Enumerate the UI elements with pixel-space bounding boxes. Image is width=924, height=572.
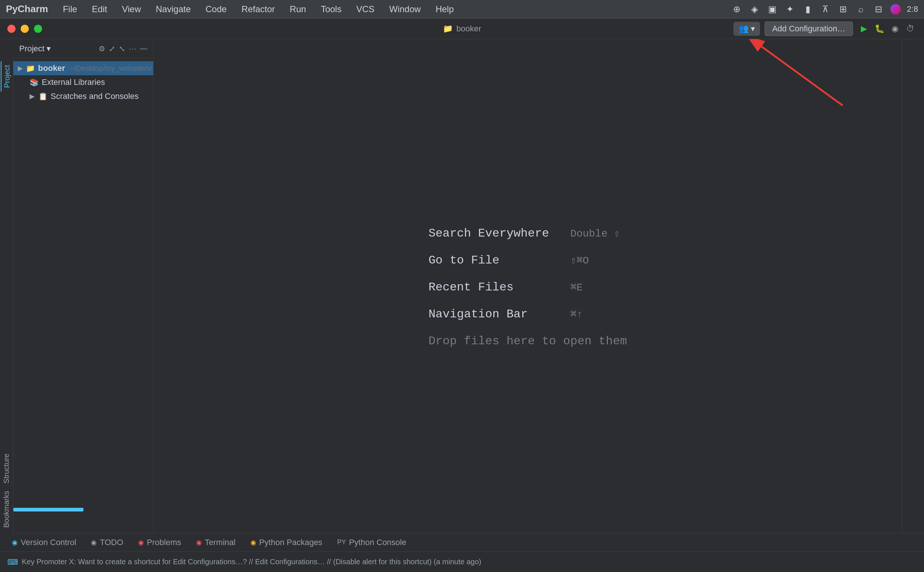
- sidebar-project-tab[interactable]: Project: [1, 61, 13, 92]
- python-packages-tab[interactable]: ◉ Python Packages: [245, 535, 328, 549]
- left-sidebar: Project Structure Bookmarks: [0, 58, 13, 535]
- go-to-file-line: Go to File ⇧⌘O: [428, 253, 589, 267]
- status-bar: ⌨ Key Promoter X: Want to create a short…: [0, 551, 924, 572]
- run-button[interactable]: ▶: [857, 23, 870, 35]
- file-panel: Project ▾ ⚙ ⤢ ⤡ ⋯ — ▶ 📁 booker ~/Desktop…: [13, 39, 154, 535]
- title-bar-right: 👥 ▾ Add Configuration… ▶ 🐛 ◉ ⏱: [734, 22, 916, 36]
- progress-area: [13, 508, 154, 513]
- debug-button[interactable]: 🐛: [873, 23, 886, 35]
- problems-label: Problems: [147, 538, 181, 547]
- project-label: Project: [19, 44, 44, 53]
- expand-icon[interactable]: ⤢: [109, 44, 115, 53]
- menu-code[interactable]: Code: [203, 3, 230, 16]
- screen-icon: ▣: [766, 3, 778, 15]
- folder-icon: 📁: [26, 64, 35, 73]
- traffic-lights: [8, 25, 42, 33]
- python-console-tab[interactable]: PY Python Console: [331, 535, 412, 549]
- wifi-icon: ⊼: [820, 3, 831, 15]
- title-bar: 📁 booker 👥 ▾ Add Configuration… ▶ 🐛 ◉ ⏱: [0, 19, 924, 39]
- terminal-label: Terminal: [205, 538, 235, 547]
- minimize-button[interactable]: [21, 25, 29, 33]
- menu-edit[interactable]: Edit: [89, 3, 110, 16]
- settings-icon[interactable]: ⚙: [98, 44, 105, 53]
- sidebar-bookmarks-tab[interactable]: Bookmarks: [1, 487, 12, 532]
- scratches-icon: 📋: [38, 92, 48, 101]
- control-center-icon[interactable]: ⊟: [873, 3, 885, 15]
- add-config-button[interactable]: Add Configuration…: [765, 22, 853, 36]
- close-button[interactable]: [8, 25, 16, 33]
- python-pkg-label: Python Packages: [259, 538, 323, 547]
- flame-icon: ◈: [749, 3, 760, 15]
- battery-icon: ▮: [802, 3, 813, 15]
- search-everywhere-line: Search Everywhere Double ⇧: [428, 227, 620, 240]
- profile-button[interactable]: ⏱: [904, 23, 916, 35]
- tree-item-ext-lib-label: External Libraries: [42, 78, 105, 87]
- sidebar-structure-tab[interactable]: Structure: [1, 450, 12, 487]
- key-promoter-icon: ⌨: [8, 558, 18, 566]
- python-pkg-icon: ◉: [250, 538, 256, 547]
- coverage-button[interactable]: ◉: [888, 23, 901, 35]
- run-controls: ▶ 🐛 ◉ ⏱: [857, 23, 916, 35]
- tree-arrow-icon: ▶: [18, 64, 23, 72]
- problems-tab[interactable]: ◉ Problems: [132, 535, 187, 549]
- collab-button[interactable]: 👥 ▾: [734, 22, 760, 36]
- navigation-bar-shortcut: ⌘↑: [570, 308, 583, 320]
- menu-view[interactable]: View: [119, 3, 144, 16]
- file-panel-header: Project ▾ ⚙ ⤢ ⤡ ⋯ —: [13, 39, 153, 58]
- more-options-icon[interactable]: ⋯: [129, 44, 136, 53]
- menu-vcs[interactable]: VCS: [354, 3, 377, 16]
- status-message: Key Promoter X: Want to create a shortcu…: [22, 558, 481, 566]
- menu-bar: PyCharm File Edit View Navigate Code Ref…: [0, 0, 924, 19]
- menu-help[interactable]: Help: [432, 3, 457, 16]
- navigation-bar-line: Navigation Bar ⌘↑: [428, 308, 583, 321]
- tree-item-label: booker: [38, 64, 65, 73]
- project-breadcrumb: 📁 booker: [443, 24, 481, 34]
- file-tree: ▶ 📁 booker ~/Desktop/my_website/sr 📚 Ext…: [13, 58, 153, 535]
- tree-item-scratches[interactable]: ▶ 📋 Scratches and Consoles: [13, 89, 153, 103]
- problems-icon: ◉: [138, 538, 144, 547]
- project-name: booker: [457, 24, 481, 34]
- clock: 2:8: [907, 5, 918, 14]
- dropdown-chevron-icon: ▾: [47, 44, 51, 53]
- tree-item-booker[interactable]: ▶ 📁 booker ~/Desktop/my_website/sr: [13, 61, 153, 75]
- python-con-label: Python Console: [349, 538, 406, 547]
- tree-item-external-libraries[interactable]: 📚 External Libraries: [13, 75, 153, 89]
- editor-area: Search Everywhere Double ⇧ Go to File ⇧⌘…: [154, 39, 902, 535]
- menu-extras-icon: ⊞: [837, 3, 849, 15]
- terminal-tab[interactable]: ◉ Terminal: [190, 535, 242, 549]
- version-control-tab[interactable]: ◉ Version Control: [6, 535, 82, 549]
- recent-files-line: Recent Files ⌘E: [428, 280, 583, 294]
- collab-chevron: ▾: [751, 24, 755, 34]
- tree-item-path: ~/Desktop/my_website/sr: [69, 64, 152, 73]
- python-con-icon: PY: [337, 538, 346, 546]
- recent-files-shortcut: ⌘E: [570, 281, 583, 294]
- drop-files-text: Drop files here to open them: [428, 334, 627, 348]
- hide-panel-icon[interactable]: —: [140, 44, 147, 53]
- tree-item-scratches-label: Scratches and Consoles: [51, 92, 139, 101]
- progress-bar: [13, 508, 83, 511]
- welcome-content: Search Everywhere Double ⇧ Go to File ⇧⌘…: [428, 227, 627, 348]
- collapse-icon[interactable]: ⤡: [119, 44, 125, 53]
- menu-run[interactable]: Run: [287, 3, 309, 16]
- todo-icon: ◉: [91, 538, 97, 547]
- wechat-icon: ⊕: [731, 3, 743, 15]
- menu-refactor[interactable]: Refactor: [238, 3, 278, 16]
- menu-navigate[interactable]: Navigate: [153, 3, 194, 16]
- bottom-tabs: ◉ Version Control ◉ TODO ◉ Problems ◉ Te…: [0, 533, 924, 551]
- menu-file[interactable]: File: [60, 3, 80, 16]
- todo-tab[interactable]: ◉ TODO: [85, 535, 129, 549]
- menu-tools[interactable]: Tools: [318, 3, 344, 16]
- menu-window[interactable]: Window: [386, 3, 424, 16]
- right-sidebar: [902, 39, 924, 535]
- search-everywhere-shortcut: Double ⇧: [570, 227, 620, 239]
- maximize-button[interactable]: [34, 25, 42, 33]
- go-to-file-label: Go to File: [428, 253, 561, 267]
- search-menu-icon[interactable]: ⌕: [855, 3, 867, 15]
- go-to-file-shortcut: ⇧⌘O: [570, 254, 589, 266]
- siri-icon: [890, 4, 901, 14]
- tree-arrow-icon: ▶: [30, 92, 36, 100]
- project-dropdown-button[interactable]: Project ▾: [19, 44, 51, 53]
- app-name: PyCharm: [6, 3, 48, 15]
- panel-icons: ⚙ ⤢ ⤡ ⋯ —: [98, 44, 147, 53]
- lib-icon: 📚: [30, 78, 39, 87]
